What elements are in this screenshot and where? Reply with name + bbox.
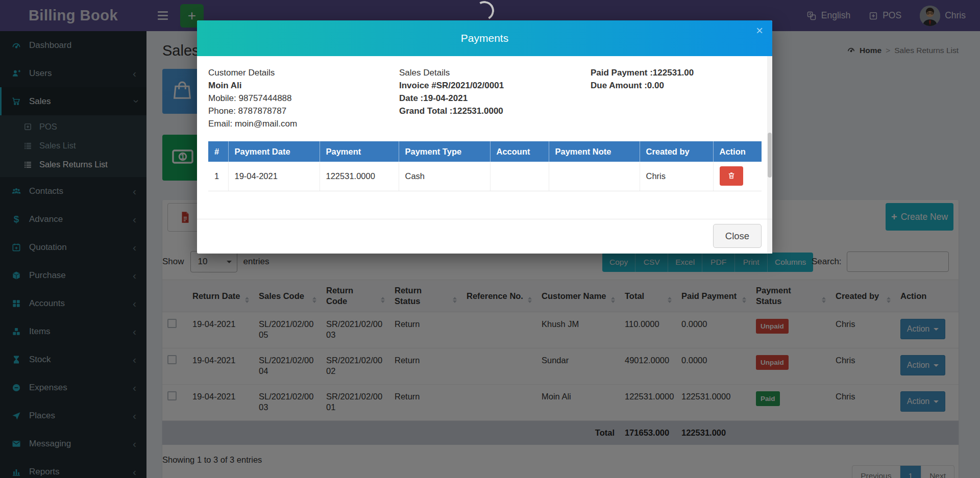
modal-header: Payments × [197, 20, 772, 56]
paid-payment: Paid Payment :122531.00 [591, 66, 761, 79]
invoice-date: Date :19-04-2021 [399, 92, 591, 105]
customer-name: Moin Ali [208, 79, 399, 92]
modal-footer: Close [197, 219, 772, 254]
payments-table: # Payment Date Payment Payment Type Acco… [208, 141, 762, 191]
sales-details: Sales Details Invoice #SR/2021/02/0001 D… [399, 66, 591, 130]
col-num: # [208, 141, 228, 162]
col-account: Account [490, 141, 549, 162]
close-button[interactable]: Close [713, 224, 762, 248]
col-payment-note: Payment Note [549, 141, 640, 162]
delete-payment-button[interactable] [720, 166, 743, 186]
customer-phone: Phone: 8787878787 [208, 105, 399, 117]
due-amount: Due Amount :0.00 [591, 79, 761, 92]
invoice-number: Invoice #SR/2021/02/0001 [399, 79, 591, 92]
trash-icon [727, 171, 736, 181]
col-payment-date: Payment Date [228, 141, 320, 162]
col-payment-type: Payment Type [399, 141, 490, 162]
customer-details-heading: Customer Details [208, 66, 399, 79]
app-window: Billing Book + English POS Chris Dashboa… [0, 0, 980, 478]
customer-mobile: Mobile: 98757444888 [208, 92, 399, 105]
payments-modal: Payments × Customer Details Moin Ali Mob… [197, 20, 772, 254]
customer-email: Email: moin@mail.com [208, 117, 399, 130]
col-action: Action [713, 141, 762, 162]
modal-body: Customer Details Moin Ali Mobile: 987574… [197, 56, 772, 191]
payment-summary: Paid Payment :122531.00 Due Amount :0.00 [591, 66, 761, 130]
close-icon[interactable]: × [756, 24, 763, 37]
col-payment: Payment [320, 141, 399, 162]
scrollbar-thumb[interactable] [768, 133, 772, 178]
col-created-by: Created by [640, 141, 713, 162]
sales-details-heading: Sales Details [399, 66, 591, 79]
grand-total: Grand Total :122531.0000 [399, 105, 591, 117]
payment-row: 1 19-04-2021 122531.0000 Cash Chris [208, 162, 762, 191]
customer-details: Customer Details Moin Ali Mobile: 987574… [208, 66, 399, 130]
modal-title: Payments [461, 32, 508, 44]
